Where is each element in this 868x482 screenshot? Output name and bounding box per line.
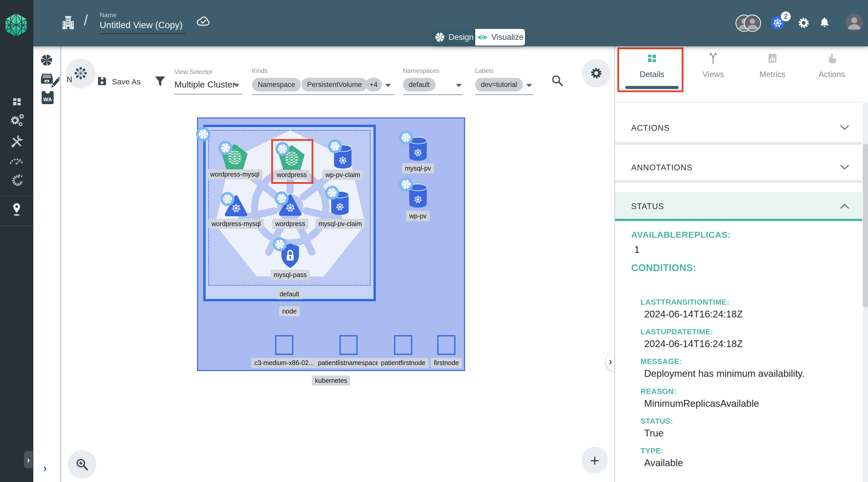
panel-tab-views[interactable]: Views bbox=[683, 52, 743, 79]
actions-hand-pointer-icon bbox=[826, 52, 838, 65]
status-key-availablereplicas: AVAILABLEREPLICAS: bbox=[631, 230, 731, 240]
node-label: mysql-pv-claim bbox=[315, 219, 365, 229]
node-label: patientfirstnode bbox=[378, 358, 429, 368]
collaborator-avatar-2[interactable] bbox=[744, 14, 761, 32]
logo-block bbox=[0, 0, 33, 47]
filter-funnel-icon[interactable] bbox=[154, 74, 166, 89]
name-field-label: Name bbox=[100, 11, 116, 19]
meshery-logo-icon[interactable] bbox=[4, 13, 28, 37]
wordpress-highlight-box bbox=[271, 139, 313, 184]
context-count-badge: 2 bbox=[781, 11, 791, 21]
node-label: wp-pv bbox=[406, 211, 430, 221]
secondary-sidebar: WA › bbox=[33, 47, 61, 482]
tab-design[interactable]: Design bbox=[433, 29, 475, 46]
status-value-type: Available bbox=[644, 457, 683, 469]
sidebar-item-configuration[interactable] bbox=[10, 135, 24, 148]
panel-scrollbar-thumb[interactable] bbox=[863, 144, 868, 307]
tabs-divider bbox=[615, 102, 862, 102]
node-square-patientfirstnode[interactable] bbox=[394, 335, 412, 355]
sidebar-divider bbox=[0, 225, 33, 226]
kinds-caret-icon[interactable] bbox=[385, 84, 391, 87]
add-node-button[interactable]: + bbox=[582, 447, 608, 474]
lifecycle-small-gear2-icon bbox=[18, 121, 24, 127]
details-tab-highlight-box bbox=[617, 48, 683, 92]
meshery-badge-icon bbox=[220, 192, 235, 206]
section-actions-header[interactable]: ACTIONS bbox=[631, 123, 670, 133]
metrics-bar-chart-icon bbox=[766, 52, 779, 65]
kinds-chip-persistentvolume[interactable]: PersistentVolume bbox=[301, 78, 368, 91]
kinds-chip-more[interactable]: +4 bbox=[365, 78, 382, 91]
sidebar-item-environment-pin[interactable] bbox=[10, 202, 23, 217]
chevron-up-icon[interactable] bbox=[840, 203, 849, 209]
node-label: firstnode bbox=[431, 358, 462, 368]
zoom-in-button[interactable] bbox=[68, 450, 96, 479]
meshery-badge-icon bbox=[328, 139, 342, 154]
status-key-status: STATUS: bbox=[641, 417, 673, 425]
notifications-bell-icon[interactable] bbox=[818, 16, 831, 29]
save-as-button[interactable]: Save As bbox=[112, 77, 141, 86]
node-square-patientlistnamespace[interactable] bbox=[339, 335, 358, 355]
view-selector-select[interactable]: Multiple Cluster bbox=[175, 80, 235, 90]
canvas-settings-button[interactable] bbox=[582, 59, 611, 88]
settings-gear-icon[interactable] bbox=[797, 16, 810, 30]
save-as-icon[interactable] bbox=[97, 76, 107, 86]
panel-tab-views-label: Views bbox=[703, 70, 724, 79]
status-key-reason: REASON: bbox=[641, 387, 676, 396]
kubernetes-wheel-icon bbox=[773, 18, 783, 28]
node-square-c3-medium[interactable] bbox=[275, 335, 293, 355]
node-label: wp-pv-claim bbox=[322, 170, 363, 180]
namespaces-caret-icon[interactable] bbox=[456, 84, 462, 87]
chevron-down-icon[interactable] bbox=[840, 164, 849, 170]
search-icon[interactable] bbox=[551, 74, 564, 87]
namespaces-chip-default[interactable]: default bbox=[403, 78, 435, 91]
section-divider bbox=[615, 142, 862, 145]
status-value-message: Deployment has minimum availability. bbox=[644, 368, 805, 379]
name-input-underline bbox=[100, 33, 186, 34]
meshery-badge-icon bbox=[325, 185, 339, 200]
status-key-lasttransitiontime: LASTTRANSITIONTIME: bbox=[641, 298, 729, 306]
user-avatar[interactable] bbox=[845, 13, 863, 31]
labels-caret-icon[interactable] bbox=[526, 84, 532, 87]
node-label: wordpress-mysql bbox=[207, 169, 262, 179]
subcol-expand-chevron[interactable]: › bbox=[43, 462, 47, 475]
view-selector-underline bbox=[175, 94, 243, 94]
wasm-badge-notch bbox=[45, 91, 50, 93]
meshery-badge-icon bbox=[399, 177, 413, 192]
edit-pencil-icon[interactable] bbox=[51, 76, 60, 90]
zoom-in-icon bbox=[75, 457, 89, 471]
view-selector-label: View Selector bbox=[175, 68, 212, 76]
node-square-firstnode[interactable] bbox=[437, 335, 456, 355]
sidebar-item-dashboard[interactable] bbox=[11, 96, 23, 108]
graph-icon bbox=[73, 66, 88, 81]
tab-visualize[interactable]: Visualize bbox=[475, 29, 525, 46]
meshery-badge-icon bbox=[218, 141, 233, 155]
kinds-chip-namespace[interactable]: Namespace bbox=[252, 78, 301, 91]
chevron-down-icon[interactable] bbox=[840, 124, 849, 131]
namespaces-underline bbox=[403, 94, 463, 95]
wasm-filter-badge[interactable]: WA bbox=[42, 91, 54, 104]
node-meshery-badge-icon bbox=[196, 126, 211, 142]
section-annotations-header[interactable]: ANNOTATIONS bbox=[631, 163, 692, 172]
panel-tab-metrics[interactable]: Metrics bbox=[743, 52, 802, 79]
meshery-badge-icon bbox=[274, 191, 289, 206]
status-value-availablereplicas: 1 bbox=[634, 244, 640, 255]
meshery-app: / Name Untitled View (Copy) Design Visua… bbox=[0, 0, 868, 482]
sidebar-item-performance[interactable] bbox=[9, 156, 24, 165]
view-selector-caret-icon[interactable] bbox=[234, 84, 240, 87]
panel-tab-actions[interactable]: Actions bbox=[802, 52, 862, 79]
meshery-badge-icon bbox=[399, 130, 413, 145]
organization-icon[interactable] bbox=[60, 14, 76, 31]
labels-label: Labels bbox=[475, 67, 493, 74]
panel-tab-actions-label: Actions bbox=[818, 70, 845, 79]
kinds-label: Kinds bbox=[252, 67, 268, 74]
section-divider bbox=[615, 180, 862, 183]
meshery-badge-icon bbox=[273, 237, 287, 251]
sidebar-expand-handle[interactable]: › bbox=[24, 451, 33, 468]
panel-tab-metrics-label: Metrics bbox=[760, 70, 785, 79]
design-swirl-shortcut-icon[interactable] bbox=[40, 54, 53, 66]
sidebar-item-extensions[interactable] bbox=[10, 174, 24, 187]
section-status-header[interactable]: STATUS bbox=[631, 202, 664, 211]
name-input[interactable]: Untitled View (Copy) bbox=[100, 20, 182, 30]
panel-collapse-handle[interactable]: › bbox=[607, 353, 615, 371]
labels-chip-dev-tutorial[interactable]: dev=tutorial bbox=[475, 78, 523, 91]
